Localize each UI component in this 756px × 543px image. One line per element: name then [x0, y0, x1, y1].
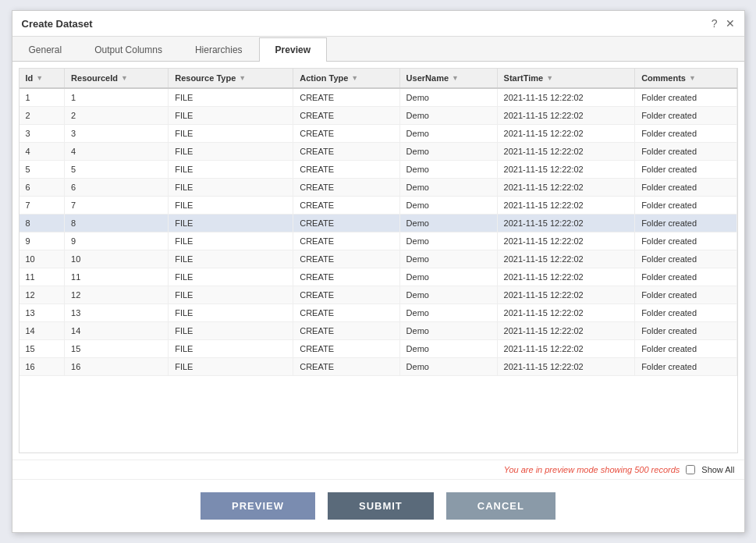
tab-bar: General Output Columns Hierarchies Previ… — [12, 37, 744, 62]
table-row: 11FILECREATEDemo2021-11-15 12:22:02Folde… — [20, 88, 737, 107]
show-all-label: Show All — [701, 465, 734, 474]
cancel-button[interactable]: CANCEL — [446, 492, 555, 520]
table-row: 1616FILECREATEDemo2021-11-15 12:22:02Fol… — [20, 358, 737, 376]
data-table: Id▼ ResourceId▼ Resource Type▼ Action Ty… — [20, 69, 737, 376]
table-row: 77FILECREATEDemo2021-11-15 12:22:02Folde… — [20, 197, 737, 215]
col-header-comments[interactable]: Comments▼ — [635, 69, 736, 88]
table-row: 1313FILECREATEDemo2021-11-15 12:22:02Fol… — [20, 304, 737, 322]
table-row: 1111FILECREATEDemo2021-11-15 12:22:02Fol… — [20, 268, 737, 286]
table-header-row: Id▼ ResourceId▼ Resource Type▼ Action Ty… — [20, 69, 737, 88]
table-row: 1212FILECREATEDemo2021-11-15 12:22:02Fol… — [20, 286, 737, 304]
col-header-id[interactable]: Id▼ — [20, 69, 65, 88]
col-header-resourceid[interactable]: ResourceId▼ — [65, 69, 169, 88]
filter-icon-resource-type[interactable]: ▼ — [239, 74, 246, 82]
filter-icon-starttime[interactable]: ▼ — [546, 74, 553, 82]
footer-buttons: PREVIEW SUBMIT CANCEL — [12, 479, 744, 532]
table-row: 88FILECREATEDemo2021-11-15 12:22:02Folde… — [20, 215, 737, 232]
preview-status-bar: You are in preview mode showing 500 reco… — [12, 460, 744, 479]
tab-hierarchies[interactable]: Hierarchies — [179, 37, 259, 62]
header-icons: ? ✕ — [712, 17, 735, 30]
table-row: 66FILECREATEDemo2021-11-15 12:22:02Folde… — [20, 179, 737, 197]
col-header-starttime[interactable]: StartTime▼ — [497, 69, 635, 88]
content-area: Id▼ ResourceId▼ Resource Type▼ Action Ty… — [12, 62, 744, 479]
dialog-header: Create Dataset ? ✕ — [12, 11, 744, 37]
filter-icon-resourceid[interactable]: ▼ — [121, 74, 128, 82]
table-row: 55FILECREATEDemo2021-11-15 12:22:02Folde… — [20, 161, 737, 179]
table-row: 1010FILECREATEDemo2021-11-15 12:22:02Fol… — [20, 250, 737, 268]
filter-icon-id[interactable]: ▼ — [36, 74, 43, 82]
col-header-resource-type[interactable]: Resource Type▼ — [169, 69, 293, 88]
tab-general[interactable]: General — [12, 37, 79, 62]
tab-preview[interactable]: Preview — [259, 37, 327, 62]
data-table-container[interactable]: Id▼ ResourceId▼ Resource Type▼ Action Ty… — [19, 68, 738, 453]
filter-icon-username[interactable]: ▼ — [452, 74, 459, 82]
tab-output-columns[interactable]: Output Columns — [78, 37, 179, 62]
help-icon[interactable]: ? — [712, 17, 718, 30]
col-header-username[interactable]: UserName▼ — [399, 69, 497, 88]
create-dataset-dialog: Create Dataset ? ✕ General Output Column… — [12, 10, 745, 533]
table-row: 1414FILECREATEDemo2021-11-15 12:22:02Fol… — [20, 322, 737, 340]
show-all-checkbox[interactable] — [686, 465, 695, 474]
filter-icon-comments[interactable]: ▼ — [689, 74, 696, 82]
preview-button[interactable]: PREVIEW — [201, 492, 315, 520]
dialog-title: Create Dataset — [22, 18, 93, 30]
table-row: 99FILECREATEDemo2021-11-15 12:22:02Folde… — [20, 232, 737, 250]
close-icon[interactable]: ✕ — [726, 17, 735, 30]
table-row: 1515FILECREATEDemo2021-11-15 12:22:02Fol… — [20, 340, 737, 358]
table-row: 44FILECREATEDemo2021-11-15 12:22:02Folde… — [20, 143, 737, 161]
filter-icon-action-type[interactable]: ▼ — [351, 74, 358, 82]
preview-message: You are in preview mode showing 500 reco… — [504, 465, 680, 474]
submit-button[interactable]: SUBMIT — [328, 492, 434, 520]
table-row: 33FILECREATEDemo2021-11-15 12:22:02Folde… — [20, 125, 737, 143]
col-header-action-type[interactable]: Action Type▼ — [293, 69, 399, 88]
table-row: 22FILECREATEDemo2021-11-15 12:22:02Folde… — [20, 107, 737, 125]
